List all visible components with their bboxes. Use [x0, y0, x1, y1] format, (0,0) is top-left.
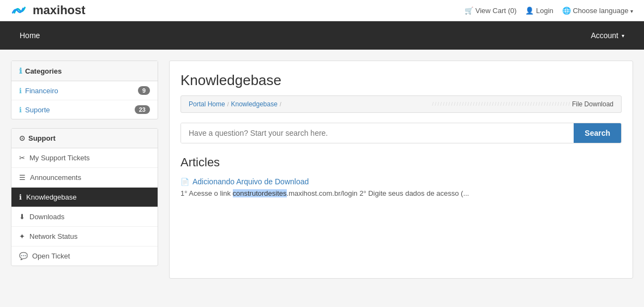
view-cart-text: View Cart (0) — [476, 7, 517, 15]
nav-knowledgebase[interactable]: ℹ Knowledgebase — [11, 188, 158, 207]
financeiro-label: Financeiro — [25, 87, 58, 95]
top-right-links: 🛒 View Cart (0) 👤 Login 🌐 Choose languag… — [465, 7, 633, 15]
support-icon: ⊙ — [19, 134, 25, 142]
breadcrumb-dividers: / / / / / / / / / / / / / / / / / / / / … — [284, 101, 570, 107]
articles-title: Articles — [180, 155, 622, 170]
knowledgebase-icon: ℹ — [19, 193, 22, 201]
login-link[interactable]: 👤 Login — [525, 7, 553, 15]
search-button[interactable]: Search — [574, 123, 621, 143]
search-bar: Search — [180, 123, 622, 143]
categories-title: Categories — [25, 67, 62, 75]
article-item: 📄 Adicionando Arquivo de Download 1° Ace… — [180, 177, 622, 199]
sidebar: ℹ Categories ℹ Financeiro 9 ℹ Suporte 23 — [11, 61, 158, 275]
downloads-label: Downloads — [29, 213, 64, 221]
categories-section: ℹ Categories ℹ Financeiro 9 ℹ Suporte 23 — [11, 61, 158, 119]
ticket-icon: ✂ — [19, 154, 25, 162]
user-icon: 👤 — [525, 7, 534, 15]
info-icon-financeiro: ℹ — [19, 87, 22, 95]
breadcrumb-portal-home[interactable]: Portal Home — [189, 100, 225, 108]
nav-network-status[interactable]: ✦ Network Status — [11, 227, 158, 246]
nav-open-ticket[interactable]: 💬 Open Ticket — [11, 246, 158, 266]
choose-language-text: Choose language — [573, 7, 628, 15]
item-left-financeiro: ℹ Financeiro — [19, 87, 58, 95]
financeiro-badge: 9 — [138, 86, 150, 95]
categories-header: ℹ Categories — [11, 61, 158, 81]
view-cart-link[interactable]: 🛒 View Cart (0) — [465, 7, 516, 15]
item-left-suporte: ℹ Suporte — [19, 106, 50, 114]
excerpt-after: .maxihost.com.br/login 2° Digite seus da… — [287, 189, 470, 197]
suporte-label: Suporte — [25, 106, 50, 114]
categories-icon: ℹ — [19, 67, 22, 75]
nav-downloads[interactable]: ⬇ Downloads — [11, 207, 158, 227]
flag-icon: 🌐 — [562, 7, 571, 15]
nav-my-support-tickets[interactable]: ✂ My Support Tickets — [11, 148, 158, 168]
network-icon: ✦ — [19, 232, 25, 240]
search-input[interactable] — [181, 123, 574, 143]
breadcrumb-sep-2: / — [280, 101, 281, 107]
account-label: Account — [591, 31, 618, 40]
page-title: Knowledgebase — [180, 72, 622, 89]
logo-icon — [11, 5, 28, 16]
chat-icon: 💬 — [19, 252, 28, 260]
chevron-down-icon: ▾ — [630, 8, 633, 14]
cart-icon: 🛒 — [465, 7, 473, 15]
announcements-label: Announcements — [30, 173, 81, 182]
open-ticket-label: Open Ticket — [32, 252, 70, 260]
list-icon: ☰ — [19, 173, 26, 182]
excerpt-highlight: construtordesites — [233, 189, 287, 197]
my-support-tickets-label: My Support Tickets — [29, 154, 90, 162]
breadcrumb-sep-1: / — [227, 101, 229, 107]
support-title: Support — [28, 134, 56, 142]
logo: maxihost — [11, 3, 86, 17]
excerpt-before: 1° Acesse o link — [180, 189, 233, 197]
nav-announcements[interactable]: ☰ Announcements — [11, 168, 158, 188]
article-link[interactable]: 📄 Adicionando Arquivo de Download — [180, 177, 622, 186]
main-content: Knowledgebase Portal Home / Knowledgebas… — [169, 61, 633, 279]
breadcrumb-current: File Download — [572, 100, 613, 108]
login-text: Login — [536, 7, 553, 15]
choose-language-link[interactable]: 🌐 Choose language ▾ — [562, 7, 633, 15]
support-header: ⊙ Support — [11, 129, 158, 148]
knowledgebase-nav-label: Knowledgebase — [26, 193, 77, 201]
sidebar-item-suporte[interactable]: ℹ Suporte 23 — [11, 100, 158, 119]
account-chevron-icon: ▾ — [622, 33, 624, 39]
download-icon: ⬇ — [19, 213, 25, 221]
support-section: ⊙ Support ✂ My Support Tickets ☰ Announc… — [11, 128, 158, 266]
logo-text: maxihost — [33, 3, 86, 17]
article-excerpt: 1° Acesse o link construtordesites.maxih… — [180, 188, 622, 199]
document-icon: 📄 — [180, 178, 189, 186]
breadcrumb-knowledgebase[interactable]: Knowledgebase — [231, 100, 277, 108]
nav-bar: Home Account ▾ — [0, 21, 644, 50]
suporte-badge: 23 — [135, 105, 150, 114]
nav-account-menu[interactable]: Account ▾ — [582, 21, 633, 50]
network-status-label: Network Status — [29, 232, 77, 240]
info-icon-suporte: ℹ — [19, 106, 22, 114]
nav-home-link[interactable]: Home — [11, 21, 49, 50]
main-container: ℹ Categories ℹ Financeiro 9 ℹ Suporte 23 — [0, 50, 644, 290]
breadcrumb: Portal Home / Knowledgebase / / / / / / … — [180, 95, 622, 113]
top-bar: maxihost 🛒 View Cart (0) 👤 Login 🌐 Choos… — [0, 0, 644, 21]
article-title: Adicionando Arquivo de Download — [192, 177, 309, 186]
sidebar-item-financeiro[interactable]: ℹ Financeiro 9 — [11, 81, 158, 100]
